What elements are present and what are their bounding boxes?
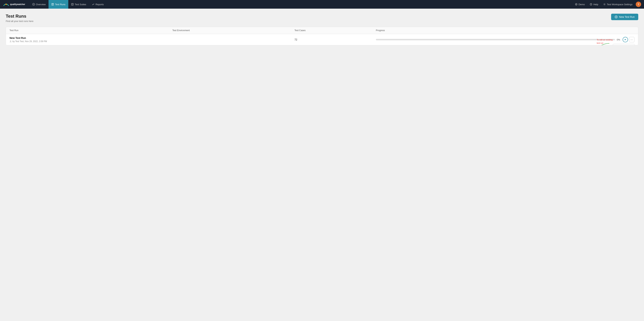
run-test-cases: 72 xyxy=(294,38,376,41)
annotation-arrow xyxy=(597,42,611,45)
nav-overview[interactable]: Overview xyxy=(30,0,48,9)
col-environment: Test Environment xyxy=(172,29,294,32)
run-info: New Test Run by Test Test, Nov 29, 2022,… xyxy=(10,37,172,43)
nav-reports[interactable]: Reports xyxy=(89,0,107,9)
nav-overview-label: Overview xyxy=(36,3,46,6)
svg-point-7 xyxy=(604,4,605,5)
table-header: Test Run Test Environment Test Cases Pro… xyxy=(6,27,638,34)
navbar: qualitywatcher Overview Test Runs Test S… xyxy=(0,0,644,9)
new-test-run-label: New Test Run xyxy=(619,16,635,18)
page-title: Test Runs xyxy=(6,14,34,19)
col-test-cases: Test Cases xyxy=(294,29,376,32)
run-meta-text: by Test Test, Nov 29, 2022, 2:09 PM xyxy=(12,40,47,43)
progress-container: 0% xyxy=(376,38,620,41)
svg-point-0 xyxy=(6,4,7,5)
test-runs-icon xyxy=(52,3,54,6)
plus-icon xyxy=(615,16,618,18)
svg-rect-3 xyxy=(72,4,74,6)
col-progress: Progress xyxy=(376,29,620,32)
reports-icon xyxy=(92,3,94,6)
nav-test-suites[interactable]: Test Suites xyxy=(68,0,89,9)
annotation-wrapper: To edit an existing test run xyxy=(597,42,611,45)
nav-test-suites-label: Test Suites xyxy=(75,3,86,6)
more-actions-wrapper: ··· Edit Delete xyxy=(629,37,634,42)
user-icon xyxy=(10,40,12,43)
settings-icon xyxy=(603,3,606,6)
test-suites-icon xyxy=(71,3,74,6)
col-test-run: Test Run xyxy=(10,29,172,32)
svg-marker-10 xyxy=(625,39,626,40)
workspace-settings-label: Test Workspace Settings xyxy=(607,3,632,6)
help-icon: ? xyxy=(590,3,592,6)
col-actions xyxy=(620,29,634,32)
play-button[interactable] xyxy=(622,37,628,42)
run-name: New Test Run xyxy=(10,37,172,39)
page-subtitle: Find all your test runs here xyxy=(6,20,34,23)
table-row: New Test Run by Test Test, Nov 29, 2022,… xyxy=(6,34,638,45)
demo-icon xyxy=(575,3,578,6)
test-runs-table: Test Run Test Environment Test Cases Pro… xyxy=(6,27,638,45)
nav-test-runs-label: Test Runs xyxy=(55,3,66,6)
progress-percent: 0% xyxy=(617,38,620,41)
dropdown-menu: Edit Delete xyxy=(613,44,634,45)
svg-text:?: ? xyxy=(591,4,592,6)
nav-right: Demo ? Help Test Workspace Settings T xyxy=(573,0,641,9)
run-meta: by Test Test, Nov 29, 2022, 2:09 PM xyxy=(10,40,172,43)
svg-point-9 xyxy=(10,41,11,42)
row-actions: ··· Edit Delete xyxy=(620,37,634,42)
main-content: Test Runs Find all your test runs here N… xyxy=(0,9,644,50)
help-label: Help xyxy=(593,3,598,6)
new-test-run-button[interactable]: New Test Run xyxy=(611,14,638,20)
avatar[interactable]: T xyxy=(636,2,641,7)
nav-test-runs[interactable]: Test Runs xyxy=(48,0,68,9)
demo-label: Demo xyxy=(578,3,585,6)
nav-demo[interactable]: Demo xyxy=(573,0,587,9)
nav-workspace-settings[interactable]: Test Workspace Settings xyxy=(602,0,634,9)
nav-links: Overview Test Runs Test Suites Reports xyxy=(30,0,573,9)
logo[interactable]: qualitywatcher xyxy=(3,1,25,8)
more-button[interactable]: ··· xyxy=(629,37,634,42)
edit-menu-item[interactable]: Edit xyxy=(613,44,634,45)
nav-help[interactable]: ? Help xyxy=(588,0,600,9)
page-title-section: Test Runs Find all your test runs here xyxy=(6,14,34,23)
progress-bar-bg xyxy=(376,39,615,40)
logo-text: qualitywatcher xyxy=(10,3,25,6)
page-header: Test Runs Find all your test runs here N… xyxy=(6,14,638,23)
svg-point-2 xyxy=(33,4,34,5)
overview-icon xyxy=(32,3,35,6)
play-icon xyxy=(624,39,626,41)
nav-reports-label: Reports xyxy=(96,3,104,6)
